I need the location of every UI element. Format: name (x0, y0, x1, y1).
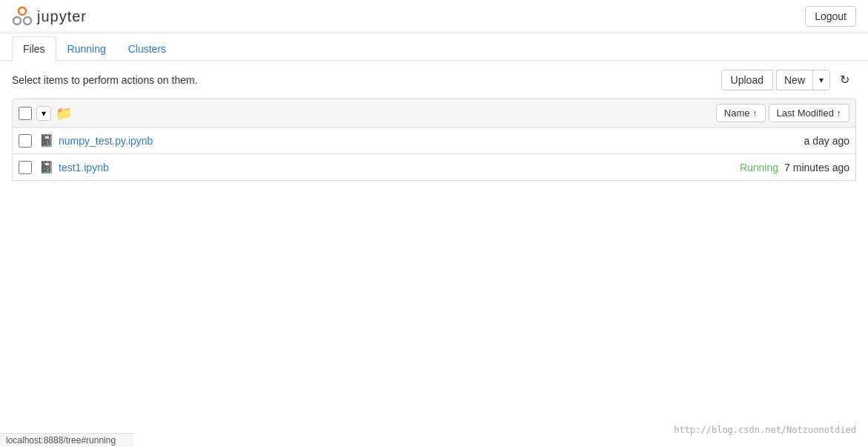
file-checkbox-1[interactable] (19, 161, 32, 174)
select-items-message: Select items to perform actions on them. (12, 74, 198, 86)
sort-buttons: Name ↑ Last Modified ↑ (716, 104, 849, 122)
select-dropdown-button[interactable]: ▾ (36, 106, 51, 121)
svg-point-1 (13, 17, 21, 24)
jupyter-logo-icon (12, 6, 33, 27)
header: jupyter Logout (0, 0, 868, 33)
sort-by-modified-button[interactable]: Last Modified ↑ (769, 104, 849, 122)
file-meta: Running 7 minutes ago (740, 162, 849, 173)
table-row: 📓 numpy_test.py.ipynb a day ago (12, 128, 856, 154)
new-dropdown-button[interactable]: ▾ (812, 70, 830, 90)
logout-button[interactable]: Logout (805, 6, 856, 27)
select-all-checkbox[interactable] (19, 107, 32, 120)
table-row: 📓 test1.ipynb Running 7 minutes ago (12, 154, 856, 181)
notebook-running-icon: 📓 (39, 160, 54, 174)
file-meta: a day ago (804, 135, 850, 147)
tab-running[interactable]: Running (56, 36, 117, 61)
refresh-button[interactable]: ↻ (833, 68, 856, 91)
file-timestamp: 7 minutes ago (784, 162, 849, 173)
tab-files[interactable]: Files (12, 36, 56, 61)
action-buttons: Upload New ▾ ↻ (721, 68, 856, 91)
app-title: jupyter (37, 8, 87, 25)
tab-clusters[interactable]: Clusters (117, 36, 177, 61)
file-checkbox-0[interactable] (19, 134, 32, 148)
new-button-group: New ▾ (776, 70, 830, 90)
new-button[interactable]: New (776, 70, 812, 90)
sort-by-name-button[interactable]: Name ↑ (716, 104, 766, 122)
file-name-link[interactable]: numpy_test.py.ipynb (59, 135, 804, 147)
running-badge: Running (740, 162, 778, 173)
file-name-link[interactable]: test1.ipynb (59, 162, 740, 173)
svg-point-2 (24, 17, 31, 24)
notebook-icon: 📓 (39, 133, 54, 148)
upload-button[interactable]: Upload (721, 70, 773, 90)
svg-point-0 (19, 7, 26, 15)
toolbar: Select items to perform actions on them.… (0, 61, 868, 99)
tabs-bar: Files Running Clusters (0, 36, 868, 61)
file-timestamp: a day ago (804, 135, 850, 147)
logo: jupyter (12, 6, 87, 27)
file-list-header: ▾ 📁 Name ↑ Last Modified ↑ (12, 99, 856, 128)
parent-folder-icon: 📁 (56, 105, 716, 122)
file-list: ▾ 📁 Name ↑ Last Modified ↑ 📓 numpy_test.… (0, 99, 868, 181)
